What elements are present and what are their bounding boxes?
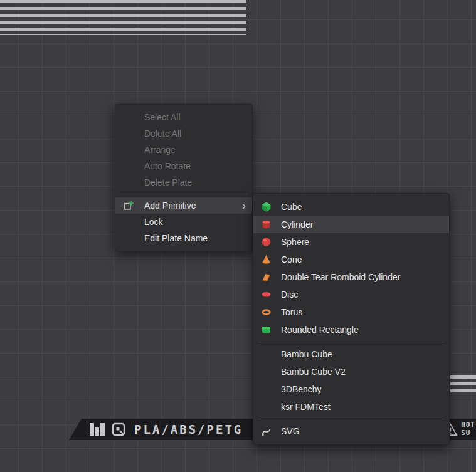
submenu-item-label: Double Tear Romboid Cylinder [281,272,400,282]
add-primitive-icon [123,201,134,211]
submenu-item-torus[interactable]: Torus [253,303,449,321]
context-menu: Select All Delete All Arrange Auto Rotat… [115,104,253,251]
submenu-item-label: Sphere [281,237,309,247]
submenu-item-label: Rounded Rectangle [281,325,359,335]
menu-item-arrange: Arrange [115,142,252,158]
submenu-item-label: Disc [281,290,298,300]
submenu-item-sphere[interactable]: Sphere [253,233,449,251]
submenu-item-rounded-rectangle[interactable]: Rounded Rectangle [253,321,449,338]
submenu-item-3dbenchy[interactable]: 3DBenchy [253,380,449,398]
add-primitive-submenu: Cube Cylinder Sphere Cone Double Tear Ro… [253,193,450,445]
menu-item-select-all: Select All [115,109,252,125]
submenu-item-ksr-fdmtest[interactable]: ksr FDMTest [253,398,449,416]
submenu-item-label: Cube [281,202,302,212]
rounded-rectangle-icon [261,325,272,335]
submenu-item-disc[interactable]: Disc [253,286,449,303]
bambulab-logo-icon [89,422,105,436]
submenu-item-svg[interactable]: SVG [253,422,449,440]
submenu-item-label: SVG [281,426,300,436]
cube-icon [261,202,272,212]
submenu-item-cylinder[interactable]: Cylinder [253,216,449,233]
menu-item-delete-plate: Delete Plate [115,174,252,191]
submenu-item-label: Cone [281,254,302,265]
romboid-cylinder-icon [261,272,272,283]
menu-item-label: Add Primitive [144,201,196,211]
submenu-item-bambu-cube[interactable]: Bambu Cube [253,345,449,363]
menu-item-lock[interactable]: Lock [115,214,252,230]
submenu-item-label: Cylinder [281,219,313,229]
submenu-item-double-tear-romboid-cylinder[interactable]: Double Tear Romboid Cylinder [253,268,449,286]
sphere-icon [261,237,272,248]
submenu-chevron-icon: › [242,200,246,211]
cylinder-icon [261,219,272,230]
menu-separator [258,342,444,342]
plate-marker-icon [112,422,125,436]
plate-stripe-markings-right [450,375,476,393]
submenu-item-cone[interactable]: Cone [253,251,449,268]
submenu-item-label: Torus [281,307,302,317]
hot-surface-warning-text: HOT SU [461,421,475,437]
menu-item-auto-rotate: Auto Rotate [115,158,252,174]
menu-separator [258,419,444,419]
menu-item-edit-plate-name[interactable]: Edit Plate Name [115,230,252,246]
submenu-item-bambu-cube-v2[interactable]: Bambu Cube V2 [253,363,449,380]
menu-item-delete-all: Delete All [115,125,252,142]
menu-item-add-primitive[interactable]: Add Primitive › [115,197,252,214]
plate-material-label: PLA/ABS/PETG [134,422,243,436]
submenu-item-cube[interactable]: Cube [253,198,449,216]
disc-icon [261,290,272,300]
cone-icon [261,254,272,265]
torus-icon [261,307,272,318]
svg-curve-icon [261,426,272,437]
menu-separator [120,194,247,194]
plate-stripe-markings-left [0,0,246,35]
